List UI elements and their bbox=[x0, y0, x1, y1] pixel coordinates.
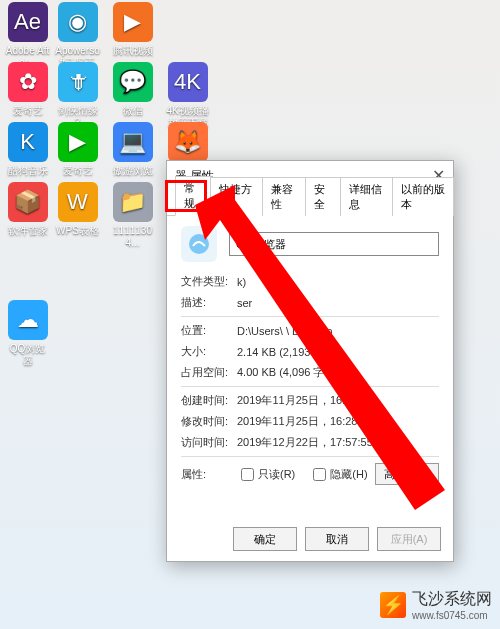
desktop-icon-label: 软件管家 bbox=[5, 225, 50, 237]
modified-value: 2019年11月25日，16:28:23 bbox=[237, 414, 439, 429]
desktop-icon[interactable]: WWPS表格 bbox=[55, 182, 100, 237]
type-label: 文件类型: bbox=[181, 274, 237, 289]
type-value: k) bbox=[237, 276, 439, 288]
desktop-icon[interactable]: ▶腾讯视频 bbox=[110, 2, 155, 57]
app-icon: 4K bbox=[168, 62, 208, 102]
dialog-footer: 确定 取消 应用(A) bbox=[233, 527, 441, 551]
desktop-icon[interactable]: ✿爱奇艺 bbox=[5, 62, 50, 117]
hidden-checkbox[interactable] bbox=[313, 468, 326, 481]
watermark-url: www.fs0745.com bbox=[412, 610, 492, 621]
loc-value: D:\Users\ \ Desktop bbox=[237, 325, 439, 337]
advanced-button[interactable]: 高级(D)... bbox=[375, 463, 439, 485]
desktop-icon[interactable]: 📦软件管家 bbox=[5, 182, 50, 237]
desktop-icon[interactable]: ▶爱奇艺 bbox=[55, 122, 100, 177]
readonly-checkbox[interactable] bbox=[241, 468, 254, 481]
modified-label: 修改时间: bbox=[181, 414, 237, 429]
size-value: 2.14 KB (2,193 bbox=[237, 346, 439, 358]
attr-label: 属性: bbox=[181, 467, 237, 482]
accessed-label: 访问时间: bbox=[181, 435, 237, 450]
cancel-button[interactable]: 取消 bbox=[305, 527, 369, 551]
loc-label: 位置: bbox=[181, 323, 237, 338]
app-icon: W bbox=[58, 182, 98, 222]
app-icon: ☁ bbox=[8, 300, 48, 340]
desktop-icon[interactable]: 💬微信 bbox=[110, 62, 155, 117]
separator bbox=[181, 456, 439, 457]
watermark: ⚡ 飞沙系统网 www.fs0745.com bbox=[380, 589, 492, 621]
desktop-icon-label: 爱奇艺 bbox=[55, 165, 100, 177]
ondisk-value: 4.00 KB (4,096 字节) bbox=[237, 365, 439, 380]
desktop-icon[interactable]: 📁11111304... bbox=[110, 182, 155, 249]
app-icon: ▶ bbox=[58, 122, 98, 162]
app-icon: 📁 bbox=[113, 182, 153, 222]
separator bbox=[181, 316, 439, 317]
desktop-icon[interactable]: ☁QQ浏览器 bbox=[5, 300, 50, 367]
created-label: 创建时间: bbox=[181, 393, 237, 408]
app-icon: ◉ bbox=[58, 2, 98, 42]
ondisk-label: 占用空间: bbox=[181, 365, 237, 380]
tab-安全[interactable]: 安全 bbox=[305, 177, 341, 216]
dialog-body: 文件类型:k) 描述:ser 位置:D:\Users\ \ Desktop 大小… bbox=[167, 216, 453, 497]
size-label: 大小: bbox=[181, 344, 237, 359]
desktop-icon[interactable]: ◉Apowersoft录屏王 bbox=[55, 2, 100, 69]
app-icon: 💬 bbox=[113, 62, 153, 102]
desktop-icon[interactable]: AeAdobe After... bbox=[5, 2, 50, 69]
accessed-value: 2019年12月22日，17:57:55 bbox=[237, 435, 439, 450]
desktop-icon-label: 酷狗音乐 bbox=[5, 165, 50, 177]
app-icon: 💻 bbox=[113, 122, 153, 162]
tab-strip: 常规快捷方式兼容性安全详细信息以前的版本 bbox=[167, 191, 453, 216]
desktop-icon-label: 微信 bbox=[110, 105, 155, 117]
file-type-icon bbox=[181, 226, 217, 262]
desktop-icon-label: QQ浏览器 bbox=[5, 343, 50, 367]
desc-value: ser bbox=[237, 297, 439, 309]
app-icon: 🦊 bbox=[168, 122, 208, 162]
desktop-icon[interactable]: 💻傲游浏览 bbox=[110, 122, 155, 177]
properties-dialog: 器 属性 ✕ 常规快捷方式兼容性安全详细信息以前的版本 文件类型:k) 描述:s… bbox=[166, 160, 454, 562]
desktop-icon-label: 傲游浏览 bbox=[110, 165, 155, 177]
app-icon: 📦 bbox=[8, 182, 48, 222]
desktop-icon-label: WPS表格 bbox=[55, 225, 100, 237]
desktop-icon-label: 爱奇艺 bbox=[5, 105, 50, 117]
app-icon: Ae bbox=[8, 2, 48, 42]
readonly-label: 只读(R) bbox=[258, 467, 295, 482]
tab-兼容性[interactable]: 兼容性 bbox=[262, 177, 306, 216]
desc-label: 描述: bbox=[181, 295, 237, 310]
tab-详细信息[interactable]: 详细信息 bbox=[340, 177, 393, 216]
desktop-icon[interactable]: 🗡剑侠情缘3 bbox=[55, 62, 100, 129]
app-icon: ✿ bbox=[8, 62, 48, 102]
desktop: AeAdobe After...◉Apowersoft录屏王▶腾讯视频✿爱奇艺🗡… bbox=[0, 0, 500, 629]
apply-button[interactable]: 应用(A) bbox=[377, 527, 441, 551]
watermark-brand: 飞沙系统网 bbox=[412, 590, 492, 607]
watermark-logo-icon: ⚡ bbox=[380, 592, 406, 618]
app-icon: K bbox=[8, 122, 48, 162]
desktop-icon-label: 腾讯视频 bbox=[110, 45, 155, 57]
app-icon: 🗡 bbox=[58, 62, 98, 102]
created-value: 2019年11月25日，16:28:23 bbox=[237, 393, 439, 408]
desktop-icon[interactable]: K酷狗音乐 bbox=[5, 122, 50, 177]
ok-button[interactable]: 确定 bbox=[233, 527, 297, 551]
hidden-label: 隐藏(H) bbox=[330, 467, 367, 482]
file-name-input[interactable] bbox=[229, 232, 439, 256]
tab-以前的版本[interactable]: 以前的版本 bbox=[392, 177, 454, 216]
desktop-icon-label: 11111304... bbox=[110, 225, 155, 249]
tab-快捷方式[interactable]: 快捷方式 bbox=[210, 177, 263, 216]
app-icon: ▶ bbox=[113, 2, 153, 42]
tab-常规[interactable]: 常规 bbox=[175, 176, 211, 216]
separator bbox=[181, 386, 439, 387]
svg-point-0 bbox=[189, 234, 209, 254]
